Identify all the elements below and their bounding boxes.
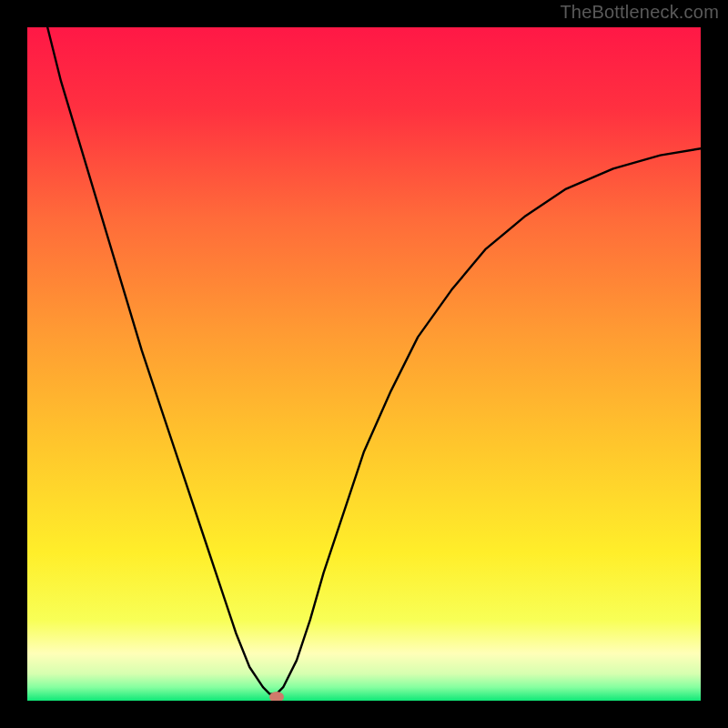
- chart-container: TheBottleneck.com: [0, 0, 728, 728]
- plot-area: [27, 27, 701, 701]
- bottleneck-curve: [27, 27, 701, 701]
- watermark-text: TheBottleneck.com: [560, 2, 719, 23]
- optimal-point-marker: [269, 692, 284, 701]
